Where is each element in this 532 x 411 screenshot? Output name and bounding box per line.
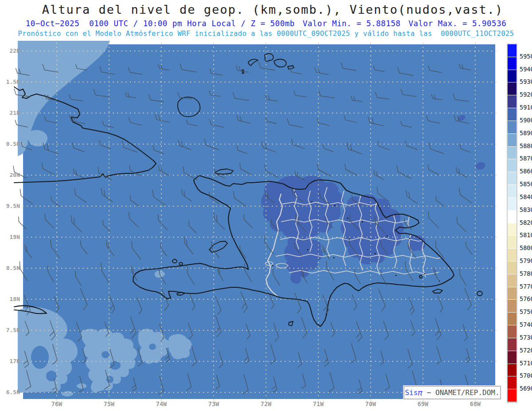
colorbar-cell [508, 95, 516, 108]
watermark-badge: Sisπ − ONAMET/REP.DOM. [404, 386, 501, 399]
colorbar-cell [508, 134, 516, 147]
lon-label: 70W [361, 400, 380, 407]
colorbar-tick-label: 5730 [520, 334, 532, 341]
lat-label: 22N [0, 48, 20, 54]
colorbar-tick-label: 5860 [520, 168, 532, 175]
lat-label: 9.5N [0, 203, 20, 209]
lon-label: 76W [47, 400, 66, 407]
colorbar-cell [508, 364, 516, 377]
colorbar-cell [508, 211, 516, 223]
colorbar-tick-label: 5700 [520, 372, 532, 379]
colorbar-cell [508, 300, 516, 313]
lon-label: 68W [466, 400, 485, 407]
colorbar-tick-label: 5740 [520, 321, 532, 328]
colorbar-cell [508, 249, 516, 262]
colorbar-cell [508, 338, 516, 351]
subtitle-forecast: Pronóstico con el Modelo Atmósferico WRF… [0, 30, 532, 38]
subtitle-run-info: 10−Oct−2025 0100 UTC / 10:00 pm Hora Loc… [0, 19, 532, 28]
colorbar-tick-label: 5890 [520, 129, 532, 137]
colorbar-tick-label: 5790 [520, 257, 532, 264]
lat-label: 8.5N [0, 265, 20, 271]
colorbar-tick-label: 5870 [520, 155, 532, 162]
colorbar-cell [508, 223, 516, 236]
colorbar-cell [508, 172, 516, 185]
colorbar-tick-label: 5880 [520, 142, 532, 149]
colorbar-tick-label: 5690 [520, 385, 532, 392]
colorbar-tick-label: 5930 [520, 78, 532, 85]
map-canvas [23, 44, 495, 399]
colorbar-tick-label: 5760 [520, 295, 532, 302]
lat-label: 21N [0, 110, 20, 116]
colorbar-cell [508, 351, 516, 364]
colorbar-cell [508, 121, 516, 134]
colorbar-cell [508, 57, 516, 70]
geopotential-wind-map [23, 44, 495, 399]
lat-label: 1.5N [0, 79, 20, 85]
valor-max: Valor Max. = 5.90536 [408, 19, 506, 28]
colorbar [507, 43, 517, 403]
colorbar-cell [508, 108, 516, 121]
colorbar-cell [508, 274, 516, 287]
colorbar-tick-label: 5900 [520, 117, 532, 124]
lon-label: 71W [309, 400, 328, 407]
colorbar-tick-label: 5910 [520, 104, 532, 111]
colorbar-cell [508, 185, 516, 198]
colorbar-tick-label: 5830 [520, 206, 532, 213]
colorbar-tick-label: 5850 [520, 180, 532, 188]
lon-label: 73W [204, 400, 223, 407]
colorbar-tick-label: 5780 [520, 270, 532, 277]
colorbar-cell [508, 82, 516, 95]
valor-min: Valor Min. = 5.88158 [303, 19, 401, 28]
colorbar-tick-label: 5770 [520, 283, 532, 290]
colorbar-cell [508, 313, 516, 325]
lat-label: 7.5N [0, 327, 20, 333]
colorbar-cell [508, 287, 516, 300]
lat-label: 18N [0, 296, 20, 302]
watermark-brand: Sis [405, 388, 418, 397]
colorbar-tick-label: 5810 [520, 231, 532, 239]
colorbar-tick-label: 5800 [520, 244, 532, 251]
colorbar-cell [508, 198, 516, 211]
lat-label: 19N [0, 234, 20, 240]
colorbar-cell [508, 389, 516, 402]
lon-label: 72W [256, 400, 276, 407]
lon-label: 69W [413, 400, 433, 407]
colorbar-cell [508, 44, 516, 57]
colorbar-tick-label: 5940 [520, 66, 532, 73]
watermark-org: − ONAMET/REP.DOM. [422, 388, 499, 397]
pi-icon: π [418, 389, 422, 396]
weather-map-page: Altura del nivel de geop. (km,somb.), Vi… [0, 0, 532, 411]
lat-label: 0.5N [0, 141, 20, 147]
colorbar-tick-label: 5950 [520, 53, 532, 60]
lon-label: 75W [99, 400, 119, 407]
lat-label: 17N [0, 358, 20, 364]
lat-label: 6.5N [0, 389, 20, 395]
colorbar-tick-label: 5750 [520, 308, 532, 315]
colorbar-tick-label: 5820 [520, 219, 532, 226]
colorbar-tick-label: 5710 [520, 360, 532, 367]
colorbar-cell [508, 325, 516, 338]
colorbar-cell [508, 236, 516, 249]
colorbar-tick-label: 5720 [520, 347, 532, 354]
valid-datetime: 10−Oct−2025 0100 UTC / 10:00 pm Hora Loc… [26, 19, 295, 28]
page-title: Altura del nivel de geop. (km,somb.), Vi… [13, 3, 532, 16]
colorbar-tick-label: 5840 [520, 193, 532, 200]
colorbar-cell [508, 376, 516, 389]
colorbar-cell [508, 147, 516, 160]
colorbar-tick-label: 5920 [520, 91, 532, 98]
colorbar-cell [508, 159, 516, 172]
colorbar-cell [508, 262, 516, 274]
lon-label: 74W [152, 400, 171, 407]
lat-label: 20N [0, 172, 20, 178]
colorbar-cell [508, 70, 516, 83]
